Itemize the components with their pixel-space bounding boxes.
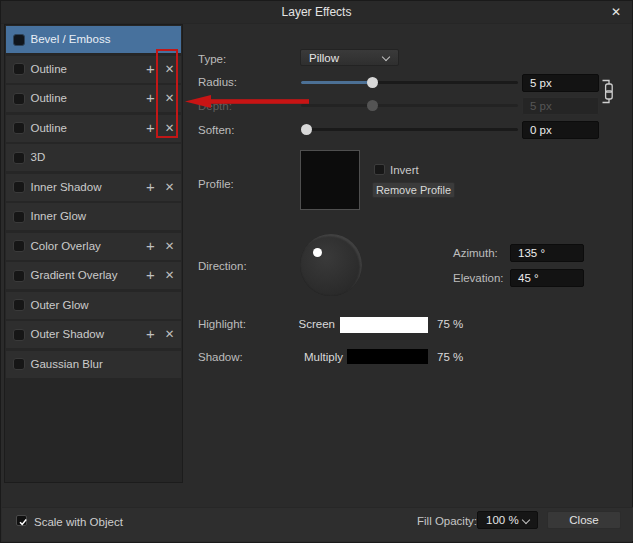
slider-fill: [301, 81, 372, 84]
elevation-label: Elevation:: [453, 270, 504, 286]
depth-slider: [301, 104, 518, 107]
invert-label: Invert: [390, 162, 419, 178]
effect-enabled-checkbox[interactable]: [13, 211, 25, 223]
profile-label: Profile:: [198, 176, 234, 192]
soften-slider[interactable]: [301, 128, 518, 131]
chevron-down-icon: [522, 516, 530, 524]
effect-label: Gradient Overlay: [31, 262, 118, 289]
profile-curve-thumbnail[interactable]: [300, 150, 360, 210]
effect-enabled-checkbox[interactable]: [13, 63, 25, 75]
effect-enabled-checkbox[interactable]: [13, 93, 25, 105]
remove-effect-icon[interactable]: ✕: [163, 85, 176, 112]
soften-input[interactable]: 0 px: [522, 121, 599, 139]
list-item-color-overlay[interactable]: Color Overlay + ✕: [6, 233, 181, 260]
direction-knob-dot[interactable]: [313, 248, 322, 257]
azimuth-label: Azimuth:: [453, 245, 498, 261]
link-radius-depth-icon[interactable]: [601, 77, 614, 106]
close-icon[interactable]: ✕: [604, 1, 628, 24]
effects-list: Bevel / Emboss Outline + ✕ Outline + ✕ O…: [6, 26, 181, 380]
slider-thumb: [367, 100, 378, 111]
effect-label: Outline: [31, 56, 67, 83]
shadow-opacity: 75 %: [437, 349, 463, 365]
list-item-outline-1[interactable]: Outline + ✕: [6, 56, 181, 83]
list-item-outline-3[interactable]: Outline + ✕: [6, 115, 181, 142]
list-item-3d[interactable]: 3D: [6, 144, 181, 171]
effect-label: Outer Shadow: [31, 321, 105, 348]
effect-enabled-checkbox[interactable]: [13, 34, 25, 46]
dialog-title: Layer Effects: [1, 1, 632, 24]
highlight-label: Highlight:: [198, 316, 246, 332]
list-item-inner-shadow[interactable]: Inner Shadow + ✕: [6, 174, 181, 201]
radius-input[interactable]: 5 px: [522, 74, 599, 92]
effect-label: Inner Shadow: [31, 174, 102, 201]
effect-label: Color Overlay: [31, 233, 101, 260]
add-effect-icon[interactable]: +: [144, 321, 157, 348]
effect-label: Bevel / Emboss: [31, 26, 111, 53]
type-value: Pillow: [309, 50, 339, 65]
direction-knob[interactable]: [300, 234, 362, 296]
remove-profile-button[interactable]: Remove Profile: [372, 182, 455, 198]
list-item-outer-shadow[interactable]: Outer Shadow + ✕: [6, 321, 181, 348]
effect-enabled-checkbox[interactable]: [13, 122, 25, 134]
remove-effect-icon[interactable]: ✕: [163, 233, 176, 260]
remove-effect-icon[interactable]: ✕: [163, 115, 176, 142]
effect-label: Outline: [31, 115, 67, 142]
remove-effect-icon[interactable]: ✕: [163, 262, 176, 289]
remove-effect-icon[interactable]: ✕: [163, 321, 176, 348]
list-item-outer-glow[interactable]: Outer Glow: [6, 292, 181, 319]
azimuth-input[interactable]: 135 °: [510, 244, 584, 262]
effect-label: Inner Glow: [31, 203, 87, 230]
list-item-outline-2[interactable]: Outline + ✕: [6, 85, 181, 112]
effect-enabled-checkbox[interactable]: [13, 181, 25, 193]
layer-effects-dialog: Layer Effects ✕ Bevel / Emboss Outline +…: [0, 0, 633, 543]
fill-opacity-value: 100 %: [486, 512, 519, 528]
direction-label: Direction:: [198, 258, 247, 274]
depth-label: Depth:: [198, 98, 232, 114]
close-button[interactable]: Close: [547, 511, 621, 529]
remove-effect-icon[interactable]: ✕: [163, 174, 176, 201]
effect-enabled-checkbox[interactable]: [13, 299, 25, 311]
effects-list-panel: Bevel / Emboss Outline + ✕ Outline + ✕ O…: [4, 24, 183, 483]
depth-input: 5 px: [522, 97, 599, 115]
shadow-blend-mode[interactable]: Multiply: [304, 349, 343, 365]
invert-checkbox[interactable]: [374, 164, 385, 175]
type-dropdown[interactable]: Pillow: [300, 49, 399, 66]
add-effect-icon[interactable]: +: [144, 85, 157, 112]
radius-slider[interactable]: [301, 81, 518, 84]
effect-enabled-checkbox[interactable]: [13, 329, 25, 341]
highlight-blend-mode[interactable]: Screen: [299, 316, 335, 332]
add-effect-icon[interactable]: +: [144, 115, 157, 142]
effect-enabled-checkbox[interactable]: [13, 240, 25, 252]
list-item-bevel-emboss[interactable]: Bevel / Emboss: [6, 26, 181, 53]
add-effect-icon[interactable]: +: [144, 56, 157, 83]
effect-label: Outer Glow: [31, 292, 89, 319]
effect-enabled-checkbox[interactable]: [13, 270, 25, 282]
effect-label: Gaussian Blur: [31, 351, 103, 378]
elevation-input[interactable]: 45 °: [510, 269, 584, 287]
fill-opacity-label: Fill Opacity:: [417, 513, 477, 529]
fill-opacity-dropdown[interactable]: 100 %: [477, 511, 538, 529]
shadow-color-swatch[interactable]: [347, 349, 428, 365]
footer-bar: Scale with Object Fill Opacity: 100 % Cl…: [2, 507, 633, 541]
chevron-down-icon: [382, 53, 390, 61]
remove-effect-icon[interactable]: ✕: [163, 56, 176, 83]
list-item-gaussian-blur[interactable]: Gaussian Blur: [6, 351, 181, 378]
radius-label: Radius:: [198, 74, 237, 90]
add-effect-icon[interactable]: +: [144, 262, 157, 289]
highlight-color-swatch[interactable]: [340, 317, 428, 333]
effect-enabled-checkbox[interactable]: [13, 358, 25, 370]
add-effect-icon[interactable]: +: [144, 233, 157, 260]
slider-thumb[interactable]: [367, 77, 378, 88]
soften-label: Soften:: [198, 122, 234, 138]
effect-label: Outline: [31, 85, 67, 112]
highlight-opacity: 75 %: [437, 316, 463, 332]
list-item-gradient-overlay[interactable]: Gradient Overlay + ✕: [6, 262, 181, 289]
type-label: Type:: [198, 51, 226, 67]
slider-thumb[interactable]: [301, 124, 312, 135]
list-item-inner-glow[interactable]: Inner Glow: [6, 203, 181, 230]
add-effect-icon[interactable]: +: [144, 174, 157, 201]
scale-with-object-label: Scale with Object: [34, 514, 123, 530]
title-bar: Layer Effects ✕: [1, 1, 632, 24]
effect-enabled-checkbox[interactable]: [13, 152, 25, 164]
scale-with-object-checkbox[interactable]: [16, 515, 27, 526]
